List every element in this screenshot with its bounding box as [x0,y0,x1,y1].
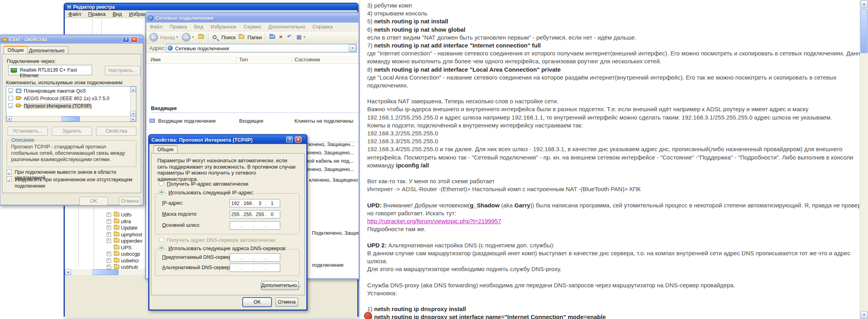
menu-item-Дополнительно[interactable]: Дополнительно [265,24,309,30]
menu-item-Справка[interactable]: Справка [309,24,336,30]
tree-item-usbehci[interactable]: usbehci [121,258,139,264]
ip-octet[interactable]: 255 [242,212,253,217]
column-header-name[interactable]: Имя [151,57,160,63]
ip-input[interactable]: 255.255.255.0 [230,210,280,218]
search-icon[interactable] [213,35,217,39]
column-separator[interactable] [236,57,237,62]
tree-item-upnphost[interactable]: upnphost [121,232,142,237]
forward-dropdown-icon[interactable]: ▾ [192,35,194,39]
tab-general[interactable]: Общие [153,145,177,153]
tab-advanced[interactable]: Дополнительно [25,46,68,54]
page-scrollbar[interactable]: ▲ ▼ [860,0,868,319]
scroll-up-button[interactable]: ▲ [130,87,136,92]
folders-button-label[interactable]: Папки [247,34,262,40]
ok-button[interactable]: OK [243,298,272,307]
tree-expand-button[interactable] [107,258,111,263]
ip-input[interactable]: ... [230,221,280,230]
ip-input[interactable]: ... [230,253,280,262]
component-label[interactable]: Планировщик пакетов QoS [24,88,86,94]
tree-item-usbhub[interactable]: usbhub [121,264,138,269]
folders-icon[interactable] [239,35,244,39]
tree-item-ultra[interactable]: ultra [121,218,131,224]
move-folder-icon-button[interactable] [270,35,275,39]
help-button[interactable] [123,36,129,42]
scroll-right-button[interactable]: ► [130,116,136,122]
views-icon-button[interactable]: ▦ [296,34,302,40]
tree-expand-button[interactable] [107,232,111,237]
title-bar[interactable]: Редактор реестра [65,4,357,10]
tab-general[interactable]: Общие [4,46,28,54]
scroll-thumb[interactable] [62,116,80,122]
title-bar[interactable]: Сетевые подключения [146,13,359,23]
title-bar[interactable]: ESet - свойства [0,36,143,44]
tree-expand-button[interactable] [107,265,111,269]
tree-item-Udfs[interactable]: Udfs [121,212,132,218]
delete-icon-button[interactable]: × [279,33,283,41]
horizontal-scrollbar[interactable]: ◄ ► [6,116,136,122]
scroll-left-button[interactable]: ◄ [65,269,71,275]
ip-octet[interactable]: 0 [267,212,277,217]
use-ip-radio-label[interactable]: Использовать следующий IP-адрес: [167,190,256,196]
list-item-Входящие подключения[interactable]: Входящие подключенияВходящееКлиенты не п… [146,118,359,125]
ip-octet[interactable]: 255 [255,212,265,217]
vertical-scrollbar[interactable]: ▲ ▼ [130,87,136,116]
address-input[interactable]: Сетевые подключения ▾ [166,44,357,52]
auto-ip-radio[interactable] [159,181,164,186]
tree-item-Update[interactable]: Update [121,225,138,231]
notify-limited-checkbox[interactable] [7,177,12,182]
scroll-down-button[interactable]: ▼ [860,311,868,319]
close-button[interactable] [131,36,138,42]
menu-item-Правка[interactable]: Правка [85,11,109,17]
column-separator[interactable] [292,57,292,62]
tree-expand-button[interactable] [107,239,111,243]
menu-item-Вид[interactable]: Вид [109,11,126,17]
component-checkbox[interactable] [8,88,13,93]
install-button[interactable]: Установить... [8,127,48,136]
ip-input[interactable]: ... [230,264,280,272]
show-icon-checkbox[interactable] [7,169,12,175]
tree-expand-button[interactable] [107,226,111,230]
undo-icon-button[interactable]: ↶ [287,33,292,40]
configure-button[interactable]: Настроить... [105,66,140,75]
ip-input[interactable]: 192.168.3.1 [230,199,280,207]
menu-item-Вид[interactable]: Вид [191,24,207,30]
scroll-up-button[interactable]: ▲ [860,0,868,8]
tree-item-usbccgp[interactable]: usbccgp [121,251,140,257]
remove-button[interactable]: Удалить [52,127,92,136]
advanced-button[interactable]: Дополнительно... [261,281,299,290]
menu-item-Файл[interactable]: Файл [146,24,166,30]
scroll-left-button[interactable]: ◄ [6,116,12,122]
connection-name[interactable]: Входящие подключения [158,118,215,124]
component-label[interactable]: Протокол Интернета (TCP/IP) [24,103,92,109]
properties-button[interactable]: Свойства [96,127,136,136]
use-ip-radio[interactable] [159,190,164,195]
component-label[interactable]: AEGIS Protocol (IEEE 802.1x) v3.7.5.0 [24,96,109,101]
auto-ip-radio-label[interactable]: Получить IP-адрес автоматически [167,181,248,187]
ok-button[interactable]: OK [79,197,108,205]
scroll-down-button[interactable]: ▼ [130,111,136,116]
tree-expand-button[interactable] [107,219,111,224]
tree-expand-button[interactable] [107,213,111,217]
column-header-type[interactable]: Тип [239,57,248,63]
tree-item-UPS[interactable]: UPS [121,245,132,251]
auto-dns-radio[interactable] [159,237,164,242]
ip-octet[interactable]: 255 [230,212,241,217]
use-dns-radio[interactable] [159,245,164,251]
cancel-button[interactable]: Отмена [119,197,141,205]
tree-expand-button[interactable] [107,252,111,256]
back-dropdown-icon[interactable]: ▾ [176,35,178,39]
menu-item-Файл[interactable]: Файл [65,11,85,17]
search-button-label[interactable]: Поиск [221,34,236,40]
views-dropdown-icon[interactable]: ▾ [304,35,305,39]
menu-item-Правка[interactable]: Правка [166,24,191,30]
ip-octet[interactable]: 192 [230,201,241,206]
scroll-thumb[interactable] [860,9,868,53]
notify-limited-checkbox-label[interactable]: Уведомлять при ограниченном или отсутств… [15,177,137,189]
forward-button[interactable]: → [182,33,191,42]
scroll-thumb[interactable] [92,269,119,275]
column-header-status[interactable]: Состояние [294,57,320,63]
ip-octet[interactable]: 1 [267,201,277,206]
components-list[interactable]: Планировщик пакетов QoSAEGIS Protocol (I… [6,86,136,122]
menu-item-Избранное[interactable]: Избранное [207,24,240,30]
back-button[interactable]: ← [149,33,158,42]
